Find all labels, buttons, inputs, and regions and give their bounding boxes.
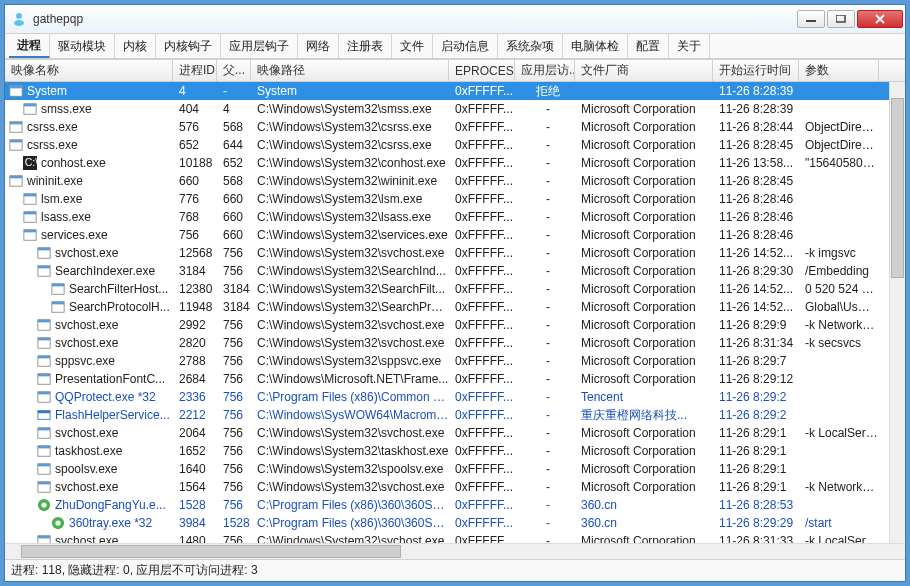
generic-process-icon xyxy=(37,534,51,543)
cell-pid: 576 xyxy=(173,118,217,136)
process-row[interactable]: csrss.exe576568C:\Windows\System32\csrss… xyxy=(5,118,905,136)
process-row[interactable]: spoolsv.exe1640756C:\Windows\System32\sp… xyxy=(5,460,905,478)
cell-path: C:\Windows\System32\svchost.exe xyxy=(251,316,449,334)
process-row[interactable]: smss.exe4044C:\Windows\System32\smss.exe… xyxy=(5,100,905,118)
process-row[interactable]: svchost.exe1480756C:\Windows\System32\sv… xyxy=(5,532,905,543)
titlebar[interactable]: gathepqp xyxy=(5,5,905,33)
cell-path: C:\Windows\System32\SearchInd... xyxy=(251,262,449,280)
col-start[interactable]: 开始运行时间 xyxy=(713,60,799,81)
process-row[interactable]: csrss.exe652644C:\Windows\System32\csrss… xyxy=(5,136,905,154)
cell-path: C:\Program Files (x86)\360\360Sa... xyxy=(251,514,449,532)
process-row[interactable]: C:\conhost.exe10188652C:\Windows\System3… xyxy=(5,154,905,172)
menu-8[interactable]: 启动信息 xyxy=(433,34,498,58)
cell-start: 11-26 8:28:53 xyxy=(713,496,799,514)
svg-rect-45 xyxy=(38,446,50,449)
menu-2[interactable]: 内核 xyxy=(115,34,156,58)
cell-vendor: Microsoft Corporation xyxy=(575,460,713,478)
menu-1[interactable]: 驱动模块 xyxy=(50,34,115,58)
minimize-button[interactable] xyxy=(797,10,825,28)
cell-ppid: 756 xyxy=(217,334,251,352)
cell-args xyxy=(799,496,879,514)
cell-name: svchost.exe xyxy=(5,334,173,352)
cell-pid: 2684 xyxy=(173,370,217,388)
process-row[interactable]: svchost.exe2820756C:\Windows\System32\sv… xyxy=(5,334,905,352)
cell-pid: 2212 xyxy=(173,406,217,424)
scrollbar-thumb[interactable] xyxy=(891,98,904,278)
col-ppid[interactable]: 父... xyxy=(217,60,251,81)
cell-vendor: Microsoft Corporation xyxy=(575,334,713,352)
cell-path: C:\Windows\System32\svchost.exe xyxy=(251,478,449,496)
menu-7[interactable]: 文件 xyxy=(392,34,433,58)
cell-eproc: 0xFFFFF... xyxy=(449,280,515,298)
cell-args: -k NetworkSer... xyxy=(799,478,879,496)
cell-start: 11-26 14:52... xyxy=(713,280,799,298)
process-row[interactable]: lsass.exe768660C:\Windows\System32\lsass… xyxy=(5,208,905,226)
menu-9[interactable]: 系统杂项 xyxy=(498,34,563,58)
generic-process-icon xyxy=(51,282,65,296)
process-row[interactable]: lsm.exe776660C:\Windows\System32\lsm.exe… xyxy=(5,190,905,208)
close-icon xyxy=(874,14,886,24)
cell-args: /Embedding xyxy=(799,262,879,280)
menu-12[interactable]: 关于 xyxy=(669,34,710,58)
cell-args: -k secsvcs xyxy=(799,334,879,352)
process-row[interactable]: QQProtect.exe *322336756C:\Program Files… xyxy=(5,388,905,406)
menu-4[interactable]: 应用层钩子 xyxy=(221,34,298,58)
process-row[interactable]: svchost.exe2992756C:\Windows\System32\sv… xyxy=(5,316,905,334)
menu-0[interactable]: 进程 xyxy=(9,34,50,58)
cell-vendor: Microsoft Corporation xyxy=(575,172,713,190)
cell-eproc: 0xFFFFF... xyxy=(449,262,515,280)
process-row[interactable]: services.exe756660C:\Windows\System32\se… xyxy=(5,226,905,244)
menu-5[interactable]: 网络 xyxy=(298,34,339,58)
cell-pid: 1652 xyxy=(173,442,217,460)
menu-3[interactable]: 内核钩子 xyxy=(156,34,221,58)
process-row[interactable]: SearchIndexer.exe3184756C:\Windows\Syste… xyxy=(5,262,905,280)
svg-rect-19 xyxy=(24,212,36,215)
col-name[interactable]: 映像名称 xyxy=(5,60,173,81)
process-row[interactable]: svchost.exe12568756C:\Windows\System32\s… xyxy=(5,244,905,262)
process-row[interactable]: SearchProtocolH...119483184C:\Windows\Sy… xyxy=(5,298,905,316)
col-path[interactable]: 映像路径 xyxy=(251,60,449,81)
cell-ppid: 756 xyxy=(217,424,251,442)
cell-access: - xyxy=(515,406,575,424)
process-row[interactable]: ZhuDongFangYu.e...1528756C:\Program File… xyxy=(5,496,905,514)
process-row[interactable]: PresentationFontC...2684756C:\Windows\Mi… xyxy=(5,370,905,388)
cell-name: csrss.exe xyxy=(5,136,173,154)
col-vendor[interactable]: 文件厂商 xyxy=(575,60,713,81)
cell-args: -k imgsvc xyxy=(799,244,879,262)
cell-ppid: 652 xyxy=(217,154,251,172)
cell-ppid: 756 xyxy=(217,496,251,514)
generic-process-icon xyxy=(23,192,37,206)
close-button[interactable] xyxy=(857,10,903,28)
process-row[interactable]: taskhost.exe1652756C:\Windows\System32\t… xyxy=(5,442,905,460)
horizontal-scrollbar[interactable] xyxy=(5,543,905,559)
col-pid[interactable]: 进程ID xyxy=(173,60,217,81)
scrollbar-thumb[interactable] xyxy=(21,545,401,558)
svg-point-0 xyxy=(16,13,22,19)
process-row[interactable]: SearchFilterHost...123803184C:\Windows\S… xyxy=(5,280,905,298)
generic-process-icon xyxy=(37,336,51,350)
svg-rect-15 xyxy=(10,176,22,179)
cell-args: /start xyxy=(799,514,879,532)
maximize-button[interactable] xyxy=(827,10,855,28)
menu-10[interactable]: 电脑体检 xyxy=(563,34,628,58)
col-access[interactable]: 应用层访... xyxy=(515,60,575,81)
svg-rect-47 xyxy=(38,464,50,467)
process-row[interactable]: svchost.exe2064756C:\Windows\System32\sv… xyxy=(5,424,905,442)
cell-eproc: 0xFFFFF... xyxy=(449,244,515,262)
menu-6[interactable]: 注册表 xyxy=(339,34,392,58)
process-row[interactable]: System4-System0xFFFFF...拒绝11-26 8:28:39 xyxy=(5,82,905,100)
process-row[interactable]: 360tray.exe *3239841528C:\Program Files … xyxy=(5,514,905,532)
process-row[interactable]: wininit.exe660568C:\Windows\System32\win… xyxy=(5,172,905,190)
cell-pid: 2992 xyxy=(173,316,217,334)
menu-11[interactable]: 配置 xyxy=(628,34,669,58)
vertical-scrollbar[interactable] xyxy=(889,82,905,543)
col-eproc[interactable]: EPROCESS xyxy=(449,60,515,81)
process-row[interactable]: svchost.exe1564756C:\Windows\System32\sv… xyxy=(5,478,905,496)
col-args[interactable]: 参数 xyxy=(799,60,879,81)
process-row[interactable]: sppsvc.exe2788756C:\Windows\System32\spp… xyxy=(5,352,905,370)
cell-access: 拒绝 xyxy=(515,82,575,100)
cell-path: C:\Windows\System32\svchost.exe xyxy=(251,424,449,442)
cell-access: - xyxy=(515,172,575,190)
process-row[interactable]: FlashHelperService...2212756C:\Windows\S… xyxy=(5,406,905,424)
cell-vendor: 360.cn xyxy=(575,514,713,532)
